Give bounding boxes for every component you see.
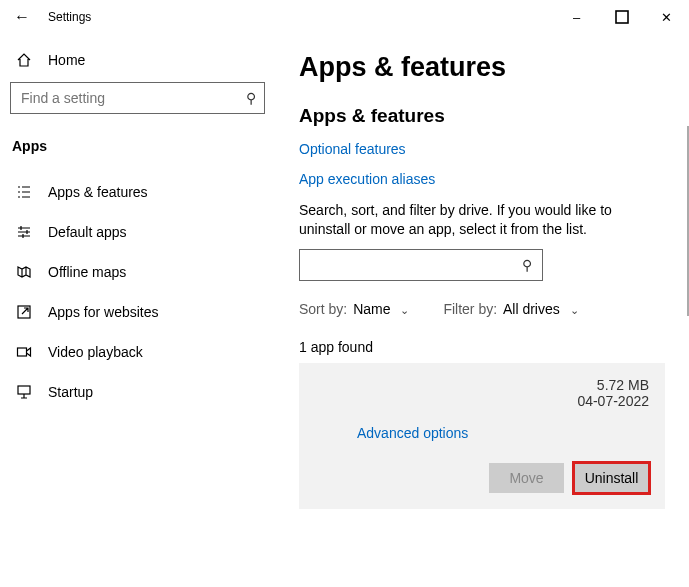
sidebar-item-apps-features[interactable]: Apps & features (10, 172, 265, 212)
svg-rect-0 (616, 11, 628, 23)
sidebar-item-label: Apps for websites (48, 304, 159, 320)
filter-input[interactable]: ⚲ (299, 249, 543, 281)
sidebar-item-label: Video playback (48, 344, 143, 360)
sliders-icon (16, 224, 32, 240)
link-execution-aliases[interactable]: App execution aliases (299, 171, 665, 187)
sort-label: Sort by: (299, 301, 347, 317)
sidebar-item-apps-websites[interactable]: Apps for websites (10, 292, 265, 332)
sidebar-item-label: Offline maps (48, 264, 126, 280)
link-advanced-options[interactable]: Advanced options (357, 425, 649, 441)
filter-by[interactable]: Filter by: All drives ⌄ (443, 301, 578, 317)
map-icon (16, 264, 32, 280)
section-description: Search, sort, and filter by drive. If yo… (299, 201, 665, 239)
app-card[interactable]: 5.72 MB 04-07-2022 Advanced options Move… (299, 363, 665, 509)
svg-rect-2 (18, 348, 27, 356)
maximize-button[interactable] (599, 2, 644, 32)
search-input[interactable]: ⚲ (10, 82, 265, 114)
sidebar-heading: Apps (10, 134, 265, 172)
chevron-down-icon: ⌄ (400, 304, 409, 316)
section-heading: Apps & features (299, 105, 665, 127)
sort-by[interactable]: Sort by: Name ⌄ (299, 301, 409, 317)
move-button: Move (489, 463, 564, 493)
sidebar-item-label: Default apps (48, 224, 127, 240)
close-button[interactable]: ✕ (644, 2, 689, 32)
link-optional-features[interactable]: Optional features (299, 141, 665, 157)
page-title: Apps & features (299, 52, 665, 83)
sidebar-home-label: Home (48, 52, 85, 68)
sidebar-item-label: Startup (48, 384, 93, 400)
sidebar-item-offline-maps[interactable]: Offline maps (10, 252, 265, 292)
app-count: 1 app found (299, 339, 665, 355)
minimize-button[interactable]: – (554, 2, 599, 32)
sort-value: Name (353, 301, 390, 317)
search-icon: ⚲ (246, 90, 256, 106)
app-size: 5.72 MB (577, 377, 649, 393)
app-date: 04-07-2022 (577, 393, 649, 409)
filter-value: All drives (503, 301, 560, 317)
sidebar-home[interactable]: Home (10, 42, 265, 82)
sidebar-item-label: Apps & features (48, 184, 148, 200)
titlebar: ← Settings – ✕ (0, 0, 689, 34)
search-icon: ⚲ (522, 257, 532, 273)
list-icon (16, 184, 32, 200)
startup-icon (16, 384, 32, 400)
video-icon (16, 344, 32, 360)
sidebar-item-default-apps[interactable]: Default apps (10, 212, 265, 252)
sidebar: Home ⚲ Apps Apps & features Default apps… (0, 34, 275, 587)
filter-label: Filter by: (443, 301, 497, 317)
open-icon (16, 304, 32, 320)
main-content: Apps & features Apps & features Optional… (275, 34, 689, 587)
sidebar-item-startup[interactable]: Startup (10, 372, 265, 412)
svg-rect-3 (18, 386, 30, 394)
search-field[interactable] (19, 89, 246, 107)
sidebar-item-video-playback[interactable]: Video playback (10, 332, 265, 372)
window-title: Settings (48, 10, 91, 24)
home-icon (16, 52, 32, 68)
chevron-down-icon: ⌄ (570, 304, 579, 316)
uninstall-button[interactable]: Uninstall (574, 463, 649, 493)
back-icon[interactable]: ← (14, 8, 30, 26)
